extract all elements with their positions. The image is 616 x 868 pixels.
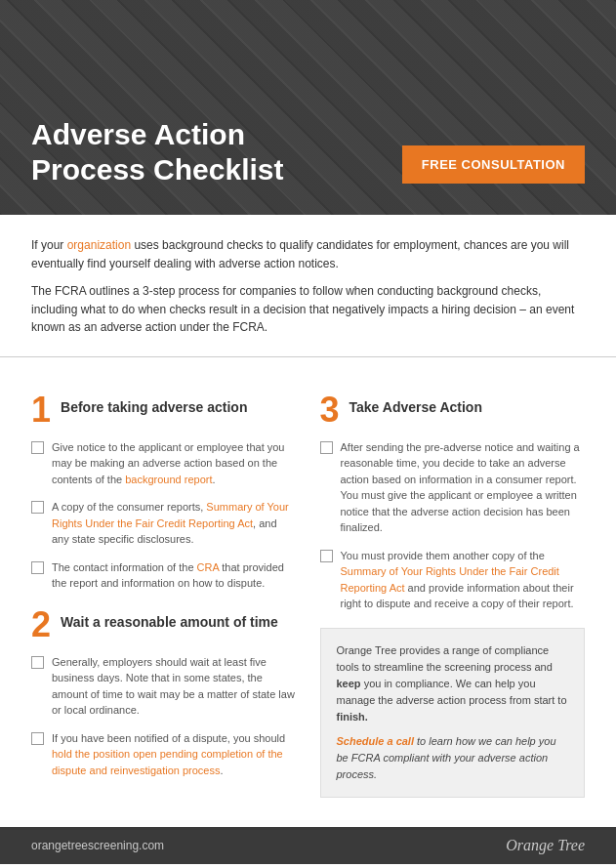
info-bold-2: finish. [337, 711, 368, 723]
info-box-text: Orange Tree provides a range of complian… [337, 642, 569, 725]
step2-number: 2 [31, 607, 51, 642]
checkbox-1[interactable] [31, 441, 44, 454]
main-content: 1 Before taking adverse action Give noti… [0, 357, 616, 807]
info-box: Orange Tree provides a range of complian… [320, 628, 586, 798]
step1-item-2-text: A copy of the consumer reports, Summary … [52, 499, 297, 548]
footer: orangetreescreening.com Orange Tree [0, 827, 616, 864]
step1-link-2: Summary of Your Rights Under the Fair Cr… [52, 501, 289, 529]
step3-section: 3 Take Adverse Action After sending the … [320, 393, 586, 612]
step3-item-2: You must provide them another copy of th… [320, 548, 586, 612]
intro-paragraph-1: If your organization uses background che… [31, 236, 585, 272]
step2-item-2-text: If you have been notified of a dispute, … [52, 730, 297, 779]
step1-item-3: The contact information of the CRA that … [31, 559, 297, 592]
step1-link-1: background report [125, 474, 212, 485]
checkbox-4[interactable] [31, 656, 44, 669]
step2-header: 2 Wait a reasonable amount of time [31, 607, 297, 642]
step2-item-1-text: Generally, employers should wait at leas… [52, 654, 297, 719]
page-title: Adverse Action Process Checklist [31, 117, 363, 187]
left-column: 1 Before taking adverse action Give noti… [31, 377, 297, 798]
checkbox-7[interactable] [320, 550, 333, 562]
right-column: 3 Take Adverse Action After sending the … [320, 377, 586, 798]
footer-brand: Orange Tree [506, 837, 585, 854]
step1-title: Before taking adverse action [61, 393, 247, 416]
info-cta-link[interactable]: Schedule a call [337, 735, 414, 747]
step1-number: 1 [31, 393, 51, 428]
step2-section: 2 Wait a reasonable amount of time Gener… [31, 607, 297, 779]
step1-item-1: Give notice to the applicant or employee… [31, 439, 297, 488]
checkbox-5[interactable] [31, 732, 44, 745]
free-consultation-button[interactable]: FREE CONSULTATION [402, 145, 585, 184]
step2-item-1: Generally, employers should wait at leas… [31, 654, 297, 719]
intro-section: If your organization uses background che… [0, 215, 616, 357]
header: Adverse Action Process Checklist FREE CO… [0, 0, 616, 215]
info-bold-1: keep [337, 678, 361, 689]
step3-item-1-text: After sending the pre-adverse notice and… [341, 439, 586, 536]
step3-link-1: Summary of Your Rights Under the Fair Cr… [341, 565, 559, 594]
checkbox-2[interactable] [31, 501, 44, 514]
footer-url: orangetreescreening.com [31, 839, 164, 852]
step1-item-3-text: The contact information of the CRA that … [52, 559, 297, 592]
header-content: Adverse Action Process Checklist FREE CO… [31, 117, 585, 187]
step3-number: 3 [320, 393, 340, 428]
step1-header: 1 Before taking adverse action [31, 393, 297, 428]
step3-item-2-text: You must provide them another copy of th… [341, 548, 586, 612]
step3-item-1: After sending the pre-adverse notice and… [320, 439, 586, 536]
step3-title: Take Adverse Action [349, 393, 482, 416]
step2-title: Wait a reasonable amount of time [61, 607, 278, 631]
step3-header: 3 Take Adverse Action [320, 393, 586, 428]
step1-section: 1 Before taking adverse action Give noti… [31, 393, 297, 592]
info-box-cta: Schedule a call to learn how we can help… [337, 733, 569, 783]
step2-link-1: hold the position open pending completio… [52, 748, 283, 776]
intro-highlight: organization [67, 238, 131, 252]
checkbox-6[interactable] [320, 441, 333, 454]
step1-item-2: A copy of the consumer reports, Summary … [31, 499, 297, 548]
step1-link-3: CRA [197, 561, 220, 573]
step1-item-1-text: Give notice to the applicant or employee… [52, 439, 297, 488]
step2-item-2: If you have been notified of a dispute, … [31, 730, 297, 779]
intro-paragraph-2: The FCRA outlines a 3-step process for c… [31, 282, 585, 337]
checkbox-3[interactable] [31, 561, 44, 574]
